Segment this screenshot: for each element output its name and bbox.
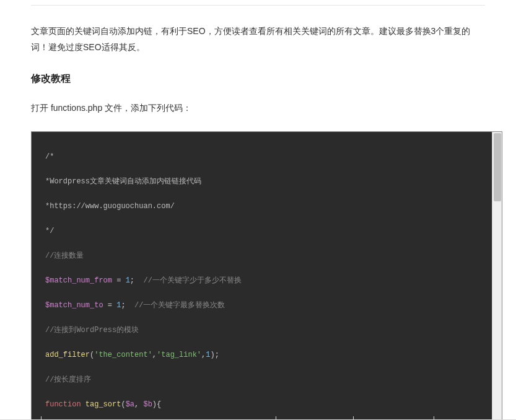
code-punct: ( <box>121 400 125 409</box>
code-variable: $match_num_to <box>45 301 103 310</box>
code-punct: ); <box>210 351 219 359</box>
code-comment: //一个关键字最多替换次数 <box>134 301 225 310</box>
border-tick <box>434 416 434 420</box>
tutorial-heading: 修改教程 <box>31 72 485 85</box>
code-punct: ){ <box>152 400 161 409</box>
section-divider <box>31 5 485 6</box>
code-punct: , <box>134 400 143 409</box>
code-keyword: function <box>45 400 81 409</box>
code-variable: $a <box>126 400 134 409</box>
code-function: add_filter <box>45 351 90 359</box>
code-block[interactable]: /* *Wordpress文章关键词自动添加内链链接代码 *https://ww… <box>32 132 502 420</box>
code-operator: = <box>112 276 126 285</box>
code-comment: //连接数量 <box>45 252 84 260</box>
border-tick <box>41 416 42 420</box>
code-line: *https://www.guoguochuan.com/ <box>45 202 175 211</box>
code-comment: //按长度排序 <box>45 375 91 384</box>
code-variable: $match_num_from <box>45 276 112 285</box>
code-punct: ; <box>130 276 144 285</box>
border-tick <box>276 416 276 420</box>
instruction-paragraph: 打开 functions.php 文件，添加下列代码： <box>31 103 485 114</box>
code-string: 'tag_link' <box>157 351 201 359</box>
code-block-container: /* *Wordpress文章关键词自动添加内链链接代码 *https://ww… <box>31 131 502 420</box>
code-number: 1 <box>126 276 130 285</box>
code-punct: ; <box>121 301 134 310</box>
intro-paragraph: 文章页面的关键词自动添加内链，有利于SEO，方便读者查看所有相关关键词的所有文章… <box>31 23 483 55</box>
code-comment: //连接到WordPress的模块 <box>45 326 139 335</box>
article-content: 文章页面的关键词自动添加内链，有利于SEO，方便读者查看所有相关关键词的所有文章… <box>0 5 485 420</box>
code-space <box>81 400 85 409</box>
code-line: *Wordpress文章关键词自动添加内链链接代码 <box>45 177 201 186</box>
code-function: tag_sort <box>85 400 121 409</box>
border-tick <box>353 416 354 420</box>
code-operator: = <box>103 301 117 310</box>
code-string: 'the_content' <box>94 351 152 359</box>
scrollbar-thumb[interactable] <box>494 133 501 201</box>
code-punct: , <box>152 351 157 359</box>
code-comment: //一个关键字少于多少不替换 <box>143 276 241 285</box>
code-line: */ <box>45 227 54 235</box>
vertical-scrollbar[interactable] <box>492 132 502 420</box>
code-variable: $b <box>143 400 152 409</box>
code-line: /* <box>45 152 54 161</box>
